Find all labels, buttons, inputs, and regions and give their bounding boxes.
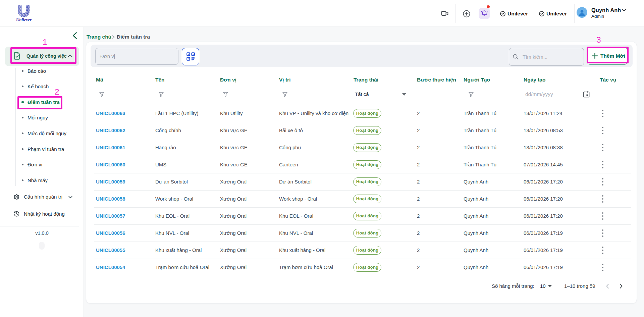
svg-text:Unilever: Unilever — [16, 17, 32, 22]
